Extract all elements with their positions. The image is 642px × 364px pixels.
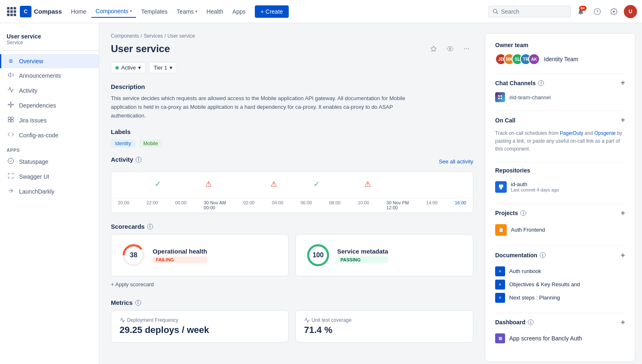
svg-rect-30 — [498, 98, 500, 99]
watch-button[interactable] — [443, 42, 457, 55]
owner-team-section: Owner team JD MK SL TR AK Identity Team — [495, 42, 625, 65]
oncall-add-button[interactable]: + — [620, 116, 625, 125]
sidebar-item-config[interactable]: Config-as-code — [0, 128, 99, 143]
sidebar-item-overview[interactable]: ≡ Overview — [0, 54, 99, 68]
settings-button[interactable] — [607, 5, 620, 18]
nav-health[interactable]: Health — [202, 6, 227, 17]
pagerduty-link[interactable]: PagerDuty — [560, 130, 583, 136]
dashboard-item[interactable]: ▦ App screens for Bancly Auth — [495, 332, 625, 345]
create-button[interactable]: + Create — [255, 5, 289, 18]
projects-title: Projects i + — [495, 209, 625, 218]
logo[interactable]: C Compass — [20, 6, 62, 17]
description-title: Description — [111, 83, 473, 90]
breadcrumb-user-service[interactable]: User service — [168, 33, 195, 39]
repo-name: id-auth — [511, 181, 559, 187]
svg-point-21 — [464, 48, 465, 49]
sidebar-label-announcements: Announcements — [19, 72, 61, 79]
svg-rect-29 — [501, 95, 502, 97]
more-options-button[interactable] — [460, 42, 473, 55]
svg-rect-13 — [8, 117, 10, 119]
breadcrumb: Components / Services / User service — [111, 33, 473, 39]
status-dot — [115, 66, 119, 69]
label-mobile[interactable]: Mobile — [139, 139, 162, 148]
doc-name-3: Next steps : Planning — [509, 295, 560, 301]
channel-name[interactable]: #id-team-channel — [509, 94, 551, 101]
chat-channel: #id-team-channel — [495, 92, 625, 102]
divider-4 — [495, 204, 625, 204]
nav-components[interactable]: Components ▾ — [91, 5, 136, 18]
dashboard-icon: ▦ — [495, 333, 505, 343]
user-avatar[interactable]: U — [624, 5, 637, 18]
label-identity[interactable]: Identity — [111, 139, 135, 148]
see-all-activity[interactable]: See all activity — [439, 158, 473, 165]
documentation-title: Documentation i + — [495, 251, 625, 260]
opsgenie-link[interactable]: Opsgenie — [594, 130, 616, 136]
apply-scorecard-button[interactable]: + Apply scorecard — [111, 280, 473, 289]
help-button[interactable]: ? — [591, 5, 604, 18]
notifications-button[interactable]: 9+ — [574, 5, 587, 18]
documentation-section: Documentation i + ≡ Auth runbook ≡ Objec… — [495, 251, 625, 304]
scorecard-operational: 38 Operational health FAILING — [111, 234, 289, 276]
nav-teams[interactable]: Teams ▾ — [172, 6, 201, 17]
dashboard-section: Dashboard i + ▦ App screens for Bancly A… — [495, 318, 625, 345]
projects-add-button[interactable]: + — [620, 209, 625, 218]
doc-item-1[interactable]: ≡ Auth runbook — [495, 265, 625, 278]
favorite-button[interactable] — [427, 42, 440, 55]
nav-templates[interactable]: Templates — [137, 6, 172, 17]
dashboard-item-name: App screens for Bancly Auth — [509, 335, 582, 342]
activity-info-icon[interactable]: i — [136, 157, 141, 163]
sidebar-comp-name: User service — [7, 33, 92, 40]
logo-icon: C — [20, 6, 31, 17]
project-item[interactable]: 📋 Auth Frontend — [495, 223, 625, 237]
docs-add-button[interactable]: + — [620, 251, 625, 260]
svg-rect-14 — [11, 117, 13, 119]
owner-team-name[interactable]: Identity Team — [544, 56, 578, 62]
announcements-icon — [7, 72, 15, 80]
dependencies-icon — [7, 101, 15, 110]
sidebar-item-launchdarkly[interactable]: LaunchDarkly — [0, 184, 99, 199]
grid-icon[interactable] — [5, 5, 18, 18]
labels-section: Labels Identity Mobile — [111, 128, 473, 148]
labels-title: Labels — [111, 128, 473, 135]
svg-point-4 — [10, 104, 12, 105]
panel-card: Owner team JD MK SL TR AK Identity Team — [485, 33, 635, 362]
sidebar-item-statuspage[interactable]: Statuspage — [0, 154, 99, 169]
metrics-title: Metrics i — [111, 299, 473, 306]
launchdarkly-icon — [7, 187, 15, 196]
scorecards-info-icon[interactable]: i — [147, 224, 153, 230]
gear-icon — [610, 8, 618, 15]
sidebar-item-announcements[interactable]: Announcements — [0, 68, 99, 83]
status-button[interactable]: Active ▾ — [111, 62, 146, 73]
dashboard-info-icon[interactable]: i — [528, 319, 534, 325]
projects-info-icon[interactable]: i — [520, 210, 526, 216]
svg-rect-16 — [11, 120, 13, 122]
breadcrumb-components[interactable]: Components — [111, 33, 139, 39]
chat-info-icon[interactable]: i — [538, 80, 544, 86]
nav-home[interactable]: Home — [67, 6, 91, 17]
docs-info-icon[interactable]: i — [540, 252, 546, 258]
search-input[interactable] — [501, 8, 559, 15]
owner-team: JD MK SL TR AK Identity Team — [495, 53, 625, 65]
event-warn-1: ⚠ — [205, 180, 212, 189]
sidebar-item-dependencies[interactable]: Dependencies — [0, 98, 99, 113]
activity-section: Activity i See all activity ✓ ⚠ ⚠ ✓ ⚠ 20… — [111, 156, 473, 213]
repo-item[interactable]: id-auth Last commit 4 days ago — [495, 179, 625, 195]
chat-add-button[interactable]: + — [620, 79, 625, 87]
breadcrumb-services[interactable]: Services — [144, 33, 163, 39]
scorecards-title: Scorecards i — [111, 223, 473, 230]
event-check-1: ✓ — [155, 180, 161, 189]
sidebar-item-activity[interactable]: Activity — [0, 83, 99, 98]
sidebar-label-launchdarkly: LaunchDarkly — [19, 188, 55, 195]
search-box[interactable] — [488, 6, 571, 17]
metrics-info-icon[interactable]: i — [135, 300, 141, 306]
dashboard-add-button[interactable]: + — [620, 318, 625, 327]
nav-apps[interactable]: Apps — [228, 6, 250, 17]
metric-value-2: 71.4 % — [304, 325, 465, 335]
sidebar-item-jira[interactable]: Jira Issues — [0, 113, 99, 128]
doc-item-3[interactable]: ≡ Next steps : Planning — [495, 291, 625, 304]
sidebar-item-swagger[interactable]: Swagger UI — [0, 169, 99, 184]
oncall-title: On Call + — [495, 116, 625, 125]
svg-rect-31 — [501, 98, 502, 99]
doc-item-2[interactable]: ≡ Objectives & Key Results and — [495, 278, 625, 291]
tier-button[interactable]: Tier 1 ▾ — [149, 62, 177, 73]
